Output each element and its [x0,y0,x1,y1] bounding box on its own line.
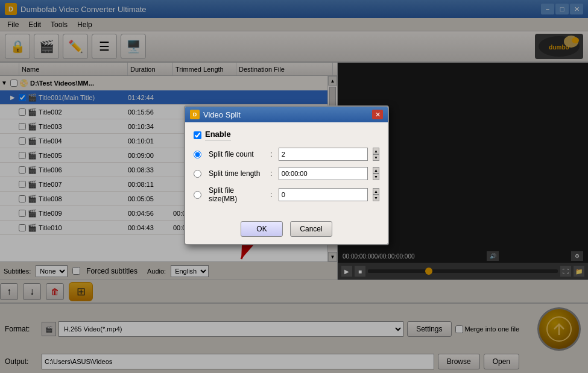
split-size-label: Split file size(MB) [209,186,264,203]
split-count-label: Split file count [209,150,264,158]
split-size-spinner: ▲ ▼ [373,188,379,201]
modal-body: Enable Split file count : 2 ▲ ▼ Spli [185,122,388,216]
split-count-spinner: ▲ ▼ [373,148,379,161]
modal-footer: OK Cancel [185,216,388,244]
split-count-row: Split file count : 2 ▲ ▼ [194,148,379,161]
enable-checkbox[interactable] [194,131,201,139]
split-size-up[interactable]: ▲ [373,188,379,195]
modal-title-text: Video Split [203,110,372,119]
video-split-dialog: D Video Split ✕ Enable Split file count … [184,105,389,245]
split-size-down[interactable]: ▼ [373,195,379,201]
split-size-row: Split file size(MB) : 0 ▲ ▼ [194,186,379,203]
enable-label: Enable [205,130,231,140]
cancel-button[interactable]: Cancel [290,221,332,237]
split-time-down[interactable]: ▼ [373,174,379,180]
modal-titlebar: D Video Split ✕ [185,107,388,122]
modal-close-button[interactable]: ✕ [372,110,383,119]
split-count-input[interactable]: 2 [279,148,368,161]
split-count-down[interactable]: ▼ [373,154,379,161]
split-time-radio[interactable] [194,170,201,178]
split-count-radio[interactable] [194,151,201,158]
modal-overlay: D Video Split ✕ Enable Split file count … [0,0,588,373]
split-size-input[interactable]: 0 [279,188,368,201]
split-time-row: Split time length : 00:00:00 ▲ ▼ [194,167,379,180]
split-size-radio[interactable] [194,191,201,199]
modal-icon: D [190,110,200,119]
enable-row: Enable [194,130,379,140]
split-time-label: Split time length [209,169,264,178]
split-time-input[interactable]: 00:00:00 [279,167,368,180]
split-time-up[interactable]: ▲ [373,167,379,174]
split-time-spinner: ▲ ▼ [373,167,379,180]
ok-button[interactable]: OK [241,221,283,237]
split-count-up[interactable]: ▲ [373,148,379,154]
